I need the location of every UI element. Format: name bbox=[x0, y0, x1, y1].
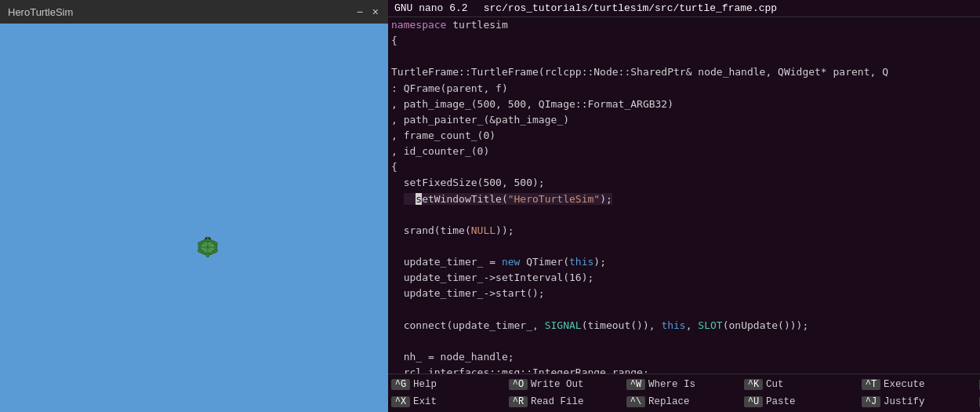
title-bar-controls: − × bbox=[355, 5, 380, 18]
turtle-icon bbox=[192, 232, 223, 263]
label-where-is: Where Is bbox=[648, 379, 695, 390]
footer-cmd-write-out: ^O Write Out bbox=[509, 379, 626, 390]
key-exit: ^X bbox=[391, 396, 410, 407]
footer-cmd-paste: ^U Paste bbox=[744, 396, 862, 407]
label-help: Help bbox=[413, 379, 437, 390]
key-execute: ^T bbox=[862, 379, 880, 390]
footer-cmd-justify: ^J Justify bbox=[862, 396, 979, 407]
key-where-is: ^W bbox=[626, 379, 645, 390]
label-replace: Replace bbox=[648, 396, 690, 407]
key-cut: ^K bbox=[744, 379, 763, 390]
key-read-file: ^R bbox=[509, 396, 528, 407]
sim-window: HeroTurtleSim − × bbox=[0, 0, 388, 412]
svg-point-7 bbox=[205, 238, 207, 239]
turtle-sprite bbox=[192, 232, 223, 263]
key-justify: ^J bbox=[862, 396, 880, 407]
minimize-button[interactable]: − bbox=[355, 5, 365, 18]
footer-cmd-replace: ^\ Replace bbox=[626, 396, 744, 407]
svg-point-8 bbox=[209, 238, 210, 239]
label-write-out: Write Out bbox=[531, 379, 584, 390]
footer-row-2: ^X Exit ^R Read File ^\ Replace ^U Paste… bbox=[388, 393, 980, 410]
label-execute: Execute bbox=[884, 379, 925, 390]
simulation-area bbox=[0, 24, 388, 412]
footer-cmd-where-is: ^W Where Is bbox=[626, 379, 744, 390]
close-button[interactable]: × bbox=[371, 5, 380, 18]
window-title: HeroTurtleSim bbox=[8, 6, 73, 18]
key-help: ^G bbox=[391, 379, 410, 390]
svg-point-6 bbox=[205, 237, 211, 242]
svg-point-13 bbox=[206, 253, 209, 257]
footer-cmd-exit: ^X Exit bbox=[391, 396, 509, 407]
key-write-out: ^O bbox=[509, 379, 528, 390]
nano-app-name: GNU nano 6.2 bbox=[394, 2, 468, 14]
footer-cmd-read-file: ^R Read File bbox=[509, 396, 626, 407]
footer-cmd-help: ^G Help bbox=[391, 379, 509, 390]
key-replace: ^\ bbox=[626, 396, 645, 407]
label-exit: Exit bbox=[413, 396, 437, 407]
title-bar: HeroTurtleSim − × bbox=[0, 0, 388, 24]
footer-cmd-execute: ^T Execute bbox=[862, 379, 979, 390]
code-editor-area[interactable]: namespace turtlesim { TurtleFrame::Turtl… bbox=[388, 17, 980, 374]
label-cut: Cut bbox=[766, 379, 784, 390]
nano-header: GNU nano 6.2 src/ros_tutorials/turtlesim… bbox=[388, 0, 980, 17]
code-content: namespace turtlesim { TurtleFrame::Turtl… bbox=[391, 17, 980, 374]
label-justify: Justify bbox=[884, 396, 925, 407]
nano-filepath: src/ros_tutorials/turtlesim/src/turtle_f… bbox=[484, 2, 777, 14]
footer-cmd-cut: ^K Cut bbox=[744, 379, 862, 390]
label-read-file: Read File bbox=[531, 396, 584, 407]
nano-editor: GNU nano 6.2 src/ros_tutorials/turtlesim… bbox=[388, 0, 980, 412]
label-paste: Paste bbox=[766, 396, 796, 407]
key-paste: ^U bbox=[744, 396, 763, 407]
nano-footer: ^G Help ^O Write Out ^W Where Is ^K Cut … bbox=[388, 374, 980, 412]
footer-row-1: ^G Help ^O Write Out ^W Where Is ^K Cut … bbox=[388, 376, 980, 393]
